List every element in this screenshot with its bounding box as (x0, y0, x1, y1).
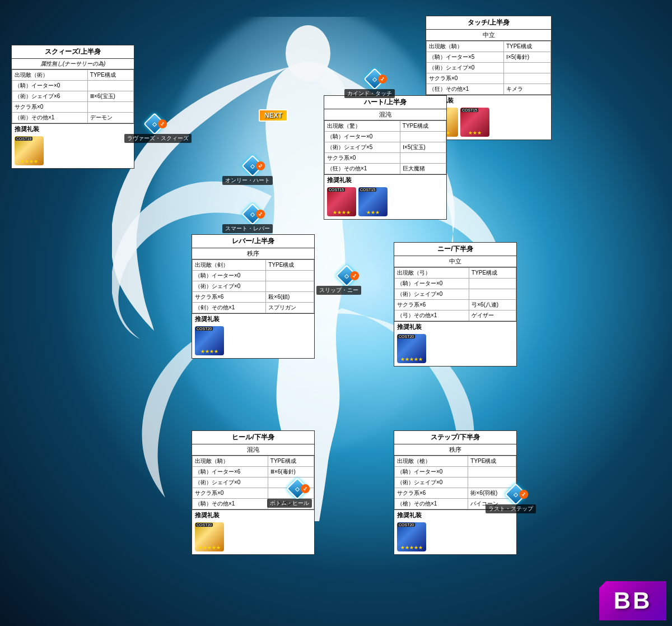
node-touch[interactable]: ◇ 1 カインド・タッチ (367, 71, 382, 87)
panel-lever-title: レバー/上半身 (192, 235, 314, 248)
panel-step-table: 出現敵（槍）TYPE構成 （騎）イーター×0 （術）シェイブ×0 サクラ系×6術… (394, 456, 516, 509)
table-header-type: TYPE構成 (268, 456, 314, 467)
table-row: ゲイザー (469, 310, 516, 321)
node-slip[interactable]: ◇ 1 スリップ・ニー (339, 268, 354, 284)
table-row: スプリガン (266, 303, 314, 313)
panel-squeeze: スクィーズ/上半身 属性無し(ナーサリーの為) 出現敵（術）TYPE構成 （騎）… (11, 45, 134, 169)
table-header-enemy: 出現敵（驚） (325, 121, 400, 132)
table-row (468, 467, 516, 477)
panel-touch-title: タッチ/上半身 (426, 16, 551, 30)
bb-text: BB (614, 587, 652, 614)
table-row: サクラ系×6 (395, 488, 468, 499)
panel-lever-subtitle: 秩序 (192, 248, 314, 259)
card-step-1: COST20 ★★★★★ (397, 522, 426, 551)
panel-knee-title: ニー/下半身 (394, 243, 516, 256)
node-lever-icon: ◇ 1 (241, 203, 264, 225)
table-row (469, 289, 516, 300)
panel-heel-title: ヒール/下半身 (192, 431, 314, 444)
node-heart-label: オンリー・ハート (222, 176, 273, 185)
table-row (87, 102, 133, 113)
card-heart-2: COST15 ★★★ (358, 187, 388, 216)
table-header-enemy: 出現敵（槍） (395, 456, 468, 467)
table-row: （槍）その他×1 (395, 499, 468, 509)
node-bottom[interactable]: ◇ 1 ボトム・ヒール (290, 481, 305, 497)
card-touch-2: COST15 ★★★ (460, 108, 489, 137)
table-row: （術）シェイブ×0 (395, 289, 469, 300)
node-last-icon: ◇ 1 (505, 483, 527, 506)
table-header-enemy: 出現敵（騎） (427, 41, 504, 52)
panel-knee-recommend: 推奨礼装 (394, 321, 516, 332)
table-row (87, 81, 133, 91)
table-row: サクラ系×6 (395, 300, 469, 310)
panel-lever-recommend: 推奨礼装 (192, 313, 314, 324)
node-touch-icon: ◇ 1 (363, 68, 386, 90)
panel-squeeze-attr: 属性無し(ナーサリーの為) (12, 59, 134, 69)
table-row: サクラ系×6 (193, 292, 266, 303)
table-row: （術）シェイブ×0 (395, 477, 468, 488)
panel-touch-table: 出現敵（騎）TYPE構成 （騎）イーター×5Ⅰ×5(毒針) （術）シェイブ×0 … (426, 41, 551, 95)
panel-squeeze-title: スクィーズ/上半身 (12, 45, 134, 59)
node-lever-label: スマート・レバー (222, 224, 273, 233)
node-bottom-icon: ◇ 1 (286, 477, 309, 500)
table-header-enemy: 出現敵（術） (12, 70, 88, 81)
table-row: （騎）イーター×6 (193, 467, 268, 477)
table-header-type: TYPE構成 (87, 70, 133, 81)
table-row: （術）シェイブ×0 (193, 477, 268, 488)
panel-lever-table: 出現敵（剣）TYPE構成 （騎）イーター×0 （術）シェイブ×0 サクラ系×6殺… (192, 259, 314, 313)
table-row: Ⅰ×5(毒針) (503, 52, 550, 63)
panel-knee-table: 出現敵（弓）TYPE構成 （騎）イーター×0 （術）シェイブ×0 サクラ系×6弓… (394, 267, 516, 321)
node-squeeze[interactable]: ◇ 1 ラヴァーズ・スクィーズ (147, 116, 162, 132)
table-row: サクラ系×0 (12, 102, 88, 113)
table-row (503, 73, 550, 84)
panel-step: ステップ/下半身 秩序 出現敵（槍）TYPE構成 （騎）イーター×0 （術）シェ… (394, 430, 517, 555)
table-row: （騎）イーター×0 (12, 81, 88, 91)
table-header-type: TYPE構成 (469, 268, 516, 279)
table-row: （術）シェイブ×0 (427, 63, 504, 73)
table-row: （騎）その他×1 (193, 499, 268, 509)
table-row: 殺×6(鎖) (266, 292, 314, 303)
panel-squeeze-table: 出現敵（術）TYPE構成 （騎）イーター×0 （術）シェイブ×6Ⅲ×6(宝玉) … (12, 69, 134, 123)
panel-lever: レバー/上半身 秩序 出現敵（剣）TYPE構成 （騎）イーター×0 （術）シェイ… (192, 234, 315, 359)
card-knee-1: COST20 ★★★★★ (397, 334, 426, 363)
node-lever[interactable]: ◇ 1 スマート・レバー (245, 206, 260, 222)
bb-badge: BB (599, 581, 666, 620)
table-row: （騎）イーター×0 (395, 279, 469, 289)
table-row: サクラ系×0 (193, 488, 268, 499)
table-header-type: TYPE構成 (503, 41, 550, 52)
panel-step-subtitle: 秩序 (394, 444, 516, 456)
table-header-type: TYPE構成 (468, 456, 516, 467)
panel-heart-recommend: 推奨礼装 (324, 174, 446, 186)
table-row: （術）シェイブ×5 (325, 142, 400, 153)
table-row (266, 281, 314, 292)
table-row: （騎）イーター×5 (427, 52, 504, 63)
node-heart[interactable]: ◇ 2 オンリー・ハート (245, 158, 260, 174)
table-row: （弓）その他×1 (395, 310, 469, 321)
table-header-enemy: 出現敵（剣） (193, 260, 266, 271)
panel-heart-subtitle: 混沌 (324, 109, 446, 120)
panel-heart: ハート/上半身 混沌 出現敵（驚）TYPE構成 （騎）イーター×0 （術）シェイ… (324, 95, 447, 220)
table-row: （騎）イーター×0 (193, 271, 266, 281)
panel-touch-subtitle: 中立 (426, 30, 551, 41)
node-slip-icon: ◇ 1 (335, 265, 358, 287)
table-row: Ⅲ×6(宝玉) (87, 91, 133, 102)
table-header-enemy: 出現敵（弓） (395, 268, 469, 279)
node-last[interactable]: ◇ 1 ラスト・ステップ (508, 486, 524, 502)
node-touch-label: カインド・タッチ (344, 89, 395, 98)
node-last-label: ラスト・ステップ (486, 504, 536, 513)
table-row: 弓×6(八連) (469, 300, 516, 310)
table-row: （騎）イーター×0 (325, 132, 400, 142)
table-header-type: TYPE構成 (400, 121, 446, 132)
table-row: Ⅲ×6(毒針) (268, 467, 314, 477)
table-row: サクラ系×0 (427, 73, 504, 84)
table-row: デーモン (87, 113, 133, 123)
table-row: Ⅰ×5(宝玉) (400, 142, 446, 153)
node-squeeze-label: ラヴァーズ・スクィーズ (124, 134, 192, 143)
table-row: （騎）イーター×0 (395, 467, 468, 477)
node-heart-icon: ◇ 2 (241, 155, 264, 177)
panel-step-title: ステップ/下半身 (394, 431, 516, 444)
table-row: サクラ系×0 (325, 153, 400, 164)
node-squeeze-icon: ◇ 1 (143, 113, 166, 135)
table-row: （術）シェイブ×0 (193, 281, 266, 292)
table-row (400, 153, 446, 164)
panel-squeeze-cards: COST19 ★★★★ (12, 135, 134, 168)
